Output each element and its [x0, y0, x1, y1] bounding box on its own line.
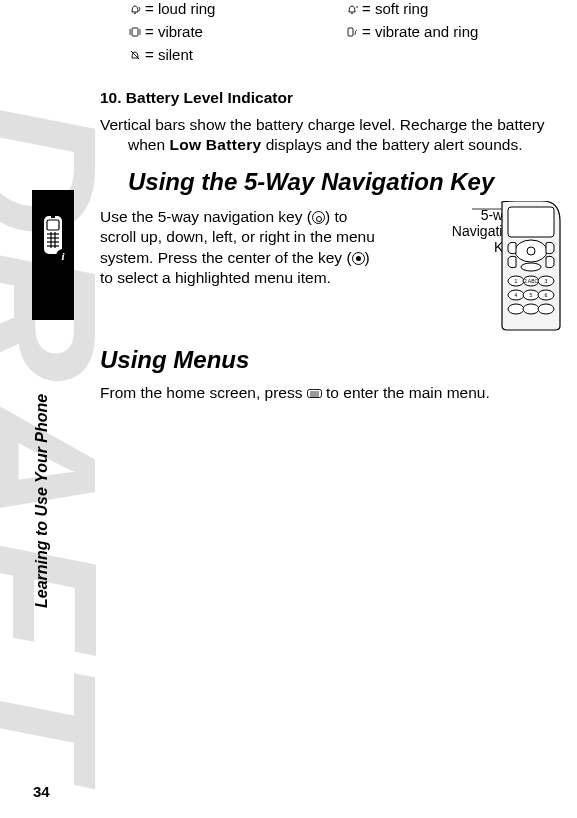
- ring-type-legend: = loud ring = soft ring = vibrate = vibr…: [128, 0, 562, 63]
- ring-soft-label: = soft ring: [362, 0, 428, 17]
- section-10-heading: 10. Battery Level Indicator: [100, 89, 562, 107]
- svg-rect-16: [348, 28, 353, 36]
- svg-rect-13: [132, 28, 138, 36]
- center-key-icon: [352, 252, 365, 265]
- svg-point-32: [538, 304, 554, 314]
- svg-text:5: 5: [530, 292, 533, 298]
- nav-key-body: Use the 5-way navigation key () to scrol…: [100, 207, 382, 330]
- svg-point-12: [356, 6, 358, 8]
- bell-soft-icon: [345, 3, 359, 15]
- svg-text:6: 6: [545, 292, 548, 298]
- ring-vibrate-ring: = vibrate and ring: [345, 23, 562, 40]
- side-tab-label: Learning to Use Your Phone: [33, 394, 51, 608]
- vibrate-icon: [128, 26, 142, 38]
- ring-loud-label: = loud ring: [145, 0, 215, 17]
- bell-silent-icon: [128, 49, 142, 61]
- vibrate-ring-icon: [345, 26, 359, 38]
- svg-text:1: 1: [515, 278, 518, 284]
- menus-body-b: to enter the main menu.: [322, 384, 490, 401]
- svg-point-30: [508, 304, 524, 314]
- svg-rect-3: [51, 214, 55, 218]
- menus-body-a: From the home screen, press: [100, 384, 307, 401]
- side-tab: Learning to Use Your Phone: [33, 134, 51, 348]
- svg-point-23: [521, 263, 541, 271]
- ring-loud: = loud ring: [128, 0, 345, 17]
- svg-point-31: [523, 304, 539, 314]
- svg-text:4: 4: [515, 292, 518, 298]
- nav-key-icon: [312, 211, 325, 224]
- ring-silent-label: = silent: [145, 46, 193, 63]
- phone-diagram: 5-way Navigation Key: [392, 207, 562, 330]
- ring-vibrate-ring-label: = vibrate and ring: [362, 23, 478, 40]
- section-10-post: displays and the battery alert sounds.: [261, 136, 522, 153]
- ring-silent: = silent: [128, 46, 345, 63]
- menus-body: From the home screen, press to enter the…: [100, 383, 562, 403]
- menu-key-icon: [307, 383, 322, 392]
- nav-body-a: Use the 5-way navigation key (: [100, 208, 312, 225]
- section-10-body: Vertical bars show the battery charge le…: [100, 115, 562, 155]
- svg-text:2 ABC: 2 ABC: [524, 278, 539, 284]
- low-battery-bold: Low Battery: [169, 136, 261, 153]
- svg-point-21: [515, 240, 547, 262]
- ring-soft: = soft ring: [345, 0, 562, 17]
- heading-using-menus: Using Menus: [100, 345, 562, 375]
- ring-vibrate: = vibrate: [128, 23, 345, 40]
- page-number: 34: [33, 783, 50, 800]
- svg-rect-20: [508, 207, 554, 237]
- bell-loud-icon: [128, 3, 142, 15]
- ring-vibrate-label: = vibrate: [145, 23, 203, 40]
- heading-5way-nav: Using the 5-Way Navigation Key: [128, 167, 562, 197]
- phone-illustration-icon: 12 ABC3 456: [472, 201, 562, 331]
- svg-text:3: 3: [545, 278, 548, 284]
